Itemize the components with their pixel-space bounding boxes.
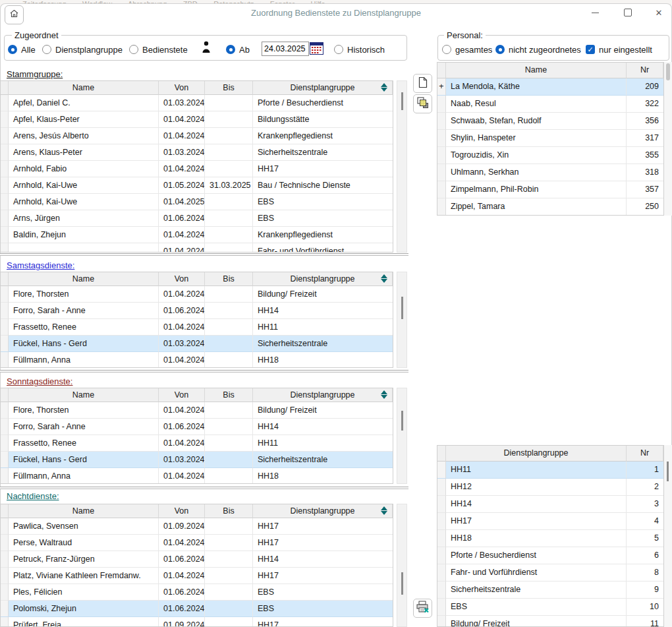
table-row[interactable]: HH11 1 — [437, 462, 663, 479]
col-header-von[interactable]: Von — [159, 81, 205, 95]
table-row[interactable]: 01.04.2024 Fahr- und Vorführdienst — [1, 243, 393, 253]
close-button[interactable]: ✕ — [648, 4, 670, 21]
table-row[interactable]: Fückel, Hans - Gerd 01.03.2024 Sicherhei… — [1, 336, 393, 352]
table-row[interactable]: Arnhold, Kai-Uwe 01.04.2025 EBS — [1, 194, 393, 210]
table-row[interactable]: EBS 10 — [437, 599, 663, 616]
table-row[interactable]: Flore, Thorsten 01.04.2024 Bildung/ Frei… — [1, 286, 393, 303]
table-row[interactable]: Apfel, Klaus-Peter 01.04.2024 Bildungsst… — [1, 111, 393, 128]
col-header-von[interactable]: Von — [159, 504, 205, 518]
table-row[interactable]: Sicherheitszentrale 9 — [437, 582, 663, 599]
checkbox-nur-eingestellt[interactable]: ✓nur eingestellt — [586, 44, 652, 55]
scrollbar-sonntagsdienste[interactable] — [397, 388, 407, 484]
table-row[interactable]: Fahr- und Vorführdienst 8 — [437, 564, 663, 582]
new-document-button[interactable] — [413, 74, 432, 93]
table-row[interactable]: Füllmann, Anna 01.04.2024 HH18 — [1, 352, 393, 368]
table-row[interactable]: Perse, Waltraud 01.04.2024 HH17 — [1, 535, 393, 551]
print-button[interactable] — [413, 599, 432, 618]
table-row[interactable]: Arnhold, Kai-Uwe 01.05.2024 31.03.2025 B… — [1, 177, 393, 194]
col-header-nr[interactable]: Nr — [627, 63, 663, 78]
table-row[interactable]: Uhlmann, Serkhan 318 — [437, 164, 663, 181]
scrollbar-thumb-sonntagsdienste[interactable] — [401, 411, 403, 431]
table-row[interactable]: Arnhold, Fabio 01.04.2024 HH17 — [1, 161, 393, 177]
table-row[interactable]: Frassetto, Renee 01.04.2024 HH11 — [1, 435, 393, 452]
table-row[interactable]: Forro, Sarah - Anne 01.06.2024 HH14 — [1, 303, 393, 319]
table-row[interactable]: Petruck, Franz-Jürgen 01.06.2024 HH14 — [1, 551, 393, 568]
scrollbar-thumb-stammgruppe[interactable] — [401, 92, 403, 110]
table-row[interactable]: HH18 5 — [437, 530, 663, 547]
maximize-button[interactable] — [617, 4, 639, 21]
sort-icon[interactable] — [381, 506, 387, 515]
scrollbar-thumb-nachtdienste[interactable] — [401, 572, 403, 595]
table-row[interactable]: Bildung/ Freizeit 11 — [437, 616, 663, 627]
col-header-dienstplangruppe[interactable]: Dienstplangruppe — [253, 388, 393, 402]
col-header-von[interactable]: Von — [159, 272, 205, 286]
col-header-name[interactable]: Name — [9, 81, 159, 95]
table-personal: Name Nr + La Mendola, Käthe 209 Naab, Re… — [437, 62, 664, 216]
table-row[interactable]: Zimpelmann, Phil-Robin 357 — [437, 181, 663, 198]
col-header-bis[interactable]: Bis — [205, 388, 253, 402]
table-row[interactable]: Fückel, Hans - Gerd 01.03.2024 Sicherhei… — [1, 452, 393, 468]
col-header-nr[interactable]: Nr — [627, 446, 663, 462]
col-header-bis[interactable]: Bis — [205, 81, 253, 95]
col-header-dienstplangruppe[interactable]: Dienstplangruppe — [253, 81, 393, 95]
radio-ab[interactable]: Ab — [226, 44, 250, 55]
table-row[interactable]: Naab, Resul 322 — [437, 96, 663, 113]
radio-historisch[interactable]: Historisch — [334, 44, 385, 55]
scrollbar-thumb-samstagsdienste[interactable] — [401, 297, 403, 319]
table-row[interactable]: Schwaab, Stefan, Rudolf 356 — [437, 113, 663, 130]
table-row[interactable]: Füllmann, Anna 01.04.2024 HH18 — [1, 468, 393, 484]
col-header-name[interactable]: Name — [446, 63, 627, 78]
col-header-bis[interactable]: Bis — [205, 504, 253, 518]
table-row[interactable]: Shylin, Hanspeter 317 — [437, 130, 663, 147]
print-icon — [416, 601, 430, 616]
table-row[interactable]: Zippel, Tamara 250 — [437, 198, 663, 216]
date-input[interactable] — [262, 42, 309, 56]
table-row[interactable]: Polomski, Zhejun 01.06.2024 EBS — [1, 601, 393, 617]
col-header-dienstplangruppe[interactable]: Dienstplangruppe — [253, 504, 393, 518]
calendar-icon[interactable] — [310, 42, 323, 57]
table-row[interactable]: Pawlica, Svensen 01.09.2024 HH17 — [1, 518, 393, 535]
table-row[interactable]: HH17 4 — [437, 513, 663, 530]
table-row[interactable]: Prüfert, Freia 01.09.2024 HH17 — [1, 617, 393, 627]
radio-bedienstete[interactable]: Bedienstete — [129, 44, 188, 55]
sort-icon[interactable] — [381, 83, 387, 92]
col-header-name[interactable]: Name — [9, 504, 159, 518]
table-row[interactable]: Apfel, Daniel C. 01.03.2024 Pforte / Bes… — [1, 95, 393, 111]
zugeordnet-group-label: Zugeordnet — [12, 30, 61, 40]
radio-gesamtes[interactable]: gesamtes — [442, 44, 492, 55]
table-row[interactable]: Arns, Jürgen 01.06.2024 EBS — [1, 210, 393, 227]
sort-icon[interactable] — [381, 274, 387, 283]
radio-nicht-zugeordnetes[interactable]: nicht zugeordnetes — [495, 44, 581, 55]
radio-alle[interactable]: Alle — [8, 44, 36, 55]
table-row[interactable]: Forro, Sarah - Anne 01.06.2024 HH14 — [1, 419, 393, 435]
table-row[interactable]: Platz, Viviane Kathleen Fremdanw. 01.04.… — [1, 568, 393, 584]
minimize-button[interactable] — [584, 4, 606, 21]
col-header-name[interactable]: Name — [9, 272, 159, 286]
radio-dienstplangruppe[interactable]: Dienstplangruppe — [42, 44, 123, 55]
row-marker — [437, 96, 446, 113]
table-row[interactable]: Togrouzidis, Xin 355 — [437, 147, 663, 164]
col-header-von[interactable]: Von — [159, 388, 205, 402]
scrollbar-samstagsdienste[interactable] — [397, 272, 407, 368]
scrollbar-personal[interactable] — [664, 62, 672, 216]
table-row[interactable]: + La Mendola, Käthe 209 — [437, 78, 663, 96]
sort-icon[interactable] — [381, 390, 387, 399]
table-row[interactable]: Arens, Jesús Alberto 01.04.2024 Krankenp… — [1, 128, 393, 144]
section-label-nachtdienste: Nachtdienste: — [7, 491, 59, 501]
table-row[interactable]: Baldin, Zhejun 01.04.2024 Krankenpfleged… — [1, 227, 393, 243]
table-row[interactable]: Ples, Félicien 01.06.2024 EBS — [1, 584, 393, 601]
col-header-dienstplangruppe[interactable]: Dienstplangruppe — [446, 446, 627, 462]
scrollbar-thumb-gruppen[interactable] — [667, 462, 669, 481]
col-header-name[interactable]: Name — [9, 388, 159, 402]
table-row[interactable]: Pforte / Besucherdienst 6 — [437, 547, 663, 564]
copy-button[interactable] — [413, 94, 432, 113]
scrollbar-thumb-personal[interactable] — [666, 63, 670, 80]
table-row[interactable]: HH14 3 — [437, 496, 663, 513]
col-header-bis[interactable]: Bis — [205, 272, 253, 286]
table-row[interactable]: Flore, Thorsten 01.04.2024 Bildung/ Frei… — [1, 402, 393, 419]
scrollbar-nachtdienste[interactable] — [397, 504, 407, 627]
col-header-dienstplangruppe[interactable]: Dienstplangruppe — [253, 272, 393, 286]
table-row[interactable]: HH12 2 — [437, 479, 663, 496]
table-row[interactable]: Arens, Klaus-Peter 01.03.2024 Sicherheit… — [1, 144, 393, 161]
table-row[interactable]: Frassetto, Renee 01.04.2024 HH11 — [1, 319, 393, 336]
